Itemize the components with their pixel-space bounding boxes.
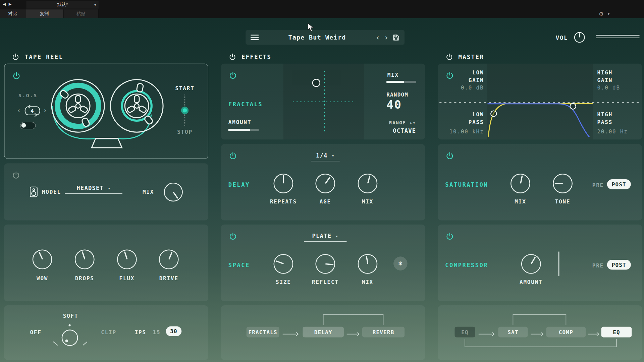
chevron-down-icon: ▾ xyxy=(332,153,335,158)
clip-label[interactable]: CLIP xyxy=(101,329,116,335)
plugin-preset-name[interactable]: Tape But Weird xyxy=(263,34,372,41)
menu-icon[interactable] xyxy=(251,35,259,40)
space-module-power[interactable] xyxy=(228,232,237,241)
routing-eq-pre-button[interactable]: EQ xyxy=(455,327,475,338)
ips-option-15[interactable]: 15 xyxy=(153,329,161,335)
save-icon[interactable] xyxy=(393,34,400,41)
master-power-icon[interactable] xyxy=(445,53,453,61)
eq-low-handle[interactable] xyxy=(490,110,497,117)
fractals-mix-label: MIX xyxy=(387,72,399,78)
sos-prev-icon[interactable]: ‹ xyxy=(17,106,21,114)
shape-knob-dot xyxy=(65,340,68,343)
eq-high-pass-value[interactable]: 20.00 Hz xyxy=(597,128,636,134)
app-window: ◀ ▶ 默认* ▾ 对比 复制 粘贴 ⚙ ▾ Tape But Weird ‹ … xyxy=(0,0,644,362)
tape-reels-graphic[interactable] xyxy=(47,71,167,152)
sos-loop-value[interactable]: 4 xyxy=(27,108,38,114)
fractals-range-text: RANGE xyxy=(389,120,406,126)
shape-panel: SOFT OFF CLIP IPS 15 30 xyxy=(4,305,208,360)
volume-slider-track2[interactable] xyxy=(596,37,640,38)
sos-toggle[interactable] xyxy=(20,122,36,129)
routing-arrow-icon xyxy=(282,330,299,338)
delay-sync-value: 1/4 xyxy=(316,152,328,159)
ips-option-30[interactable]: 30 xyxy=(166,326,182,336)
delay-module-power[interactable] xyxy=(228,152,237,161)
tape-reel-title-text: TAPE REEL xyxy=(24,54,63,60)
eq-low-pass-value[interactable]: 10.00 kHz xyxy=(447,128,484,134)
tape-reel-power-icon[interactable] xyxy=(11,53,19,61)
preset-header-bar: Tape But Weird ‹ › xyxy=(246,30,405,45)
model-dropdown[interactable]: HEADSET ▾ xyxy=(65,185,122,194)
tape-reel-module-power[interactable] xyxy=(12,71,21,80)
wow-knob[interactable] xyxy=(33,249,52,269)
host-preset-selector[interactable]: 默认* ▾ xyxy=(26,1,99,8)
drive-knob[interactable] xyxy=(159,249,179,269)
flux-label: FLUX xyxy=(104,276,150,282)
fractals-amount-slider[interactable] xyxy=(228,129,259,131)
compressor-pre-button[interactable]: PRE xyxy=(592,263,604,269)
space-reflect-label: REFLECT xyxy=(303,279,348,285)
copy-tab[interactable]: 复制 xyxy=(25,9,64,18)
chevron-down-icon[interactable]: ▾ xyxy=(608,12,610,16)
range-arrows-icon[interactable]: ↓↑ xyxy=(409,120,416,126)
space-mix-knob[interactable] xyxy=(358,254,378,274)
back-icon[interactable]: ◀ xyxy=(3,2,6,6)
eq-high-gain-value[interactable]: 0.0 dB xyxy=(597,84,636,90)
forward-icon[interactable]: ▶ xyxy=(9,2,11,6)
freeze-button[interactable]: ❄ xyxy=(393,256,408,270)
fractals-xy-handle[interactable] xyxy=(312,79,320,87)
routing-eq-post-button[interactable]: EQ xyxy=(601,327,632,338)
compressor-module-power[interactable] xyxy=(445,232,454,241)
volume-label: VOL xyxy=(556,35,568,41)
delay-mix-knob[interactable] xyxy=(358,174,378,193)
model-module-power[interactable] xyxy=(11,171,20,180)
delay-sync-dropdown[interactable]: 1/4 ▾ xyxy=(311,152,340,161)
next-preset-icon[interactable]: › xyxy=(384,35,388,39)
shape-knob[interactable] xyxy=(62,329,78,346)
saturation-module-power[interactable] xyxy=(445,152,454,161)
delay-repeats-knob[interactable] xyxy=(274,174,293,193)
soft-label: SOFT xyxy=(48,313,93,319)
compare-tab[interactable]: 对比 xyxy=(0,9,25,18)
flux-knob[interactable] xyxy=(117,249,137,269)
effects-power-icon[interactable] xyxy=(228,53,236,61)
delay-panel: 1/4 ▾ DELAY REPEATS AGE MIX xyxy=(221,144,425,221)
sos-next-icon[interactable]: › xyxy=(43,106,47,114)
routing-sat-button[interactable]: SAT xyxy=(498,327,528,338)
compressor-post-button[interactable]: POST xyxy=(607,260,631,269)
saturation-mix-label: MIX xyxy=(498,199,543,205)
saturation-post-button[interactable]: POST xyxy=(607,179,631,189)
eq-high-handle[interactable] xyxy=(570,103,576,110)
saturation-pre-button[interactable]: PRE xyxy=(592,182,604,188)
tape-speed-slider-handle[interactable] xyxy=(181,107,189,114)
eq-low-gain-value[interactable]: 0.0 dB xyxy=(447,84,484,90)
volume-knob[interactable] xyxy=(574,32,585,43)
routing-reverb-button[interactable]: REVERB xyxy=(362,327,405,338)
routing-fractals-button[interactable]: FRACTALS xyxy=(247,327,279,338)
delay-age-knob[interactable] xyxy=(315,174,335,193)
volume-slider-track[interactable] xyxy=(596,35,640,36)
saturation-tone-knob[interactable] xyxy=(553,174,573,193)
drops-knob[interactable] xyxy=(75,249,95,269)
prev-preset-icon[interactable]: ‹ xyxy=(376,35,380,39)
model-mix-knob[interactable] xyxy=(164,183,183,201)
fractals-xy-pad[interactable] xyxy=(283,64,364,140)
saturation-mix-knob[interactable] xyxy=(511,174,530,193)
space-size-knob[interactable] xyxy=(274,254,293,274)
routing-arrow-icon xyxy=(479,330,495,338)
fractals-module-power[interactable] xyxy=(228,71,237,80)
off-label[interactable]: OFF xyxy=(30,329,41,335)
fractals-random-value[interactable]: 40 xyxy=(386,98,402,112)
paste-tab[interactable]: 粘贴 xyxy=(64,9,99,18)
space-panel: PLATE ▾ SPACE SIZE REFLECT MIX ❄ xyxy=(221,225,425,301)
fractals-mix-slider[interactable] xyxy=(386,81,416,83)
drops-label: DROPS xyxy=(62,276,107,282)
space-reflect-knob[interactable] xyxy=(315,254,335,274)
routing-delay-button[interactable]: DELAY xyxy=(303,327,343,338)
space-type-dropdown[interactable]: PLATE ▾ xyxy=(304,233,346,242)
routing-arrow-icon xyxy=(588,330,599,338)
gear-icon[interactable]: ⚙ xyxy=(599,11,603,17)
fractals-range-value[interactable]: OCTAVE xyxy=(386,127,416,134)
fractals-panel: FRACTALS AMOUNT MIX RANDOM 40 RANGE ↓↑ xyxy=(221,64,425,140)
compressor-amount-knob[interactable] xyxy=(521,254,541,274)
routing-comp-button[interactable]: COMP xyxy=(546,327,586,338)
